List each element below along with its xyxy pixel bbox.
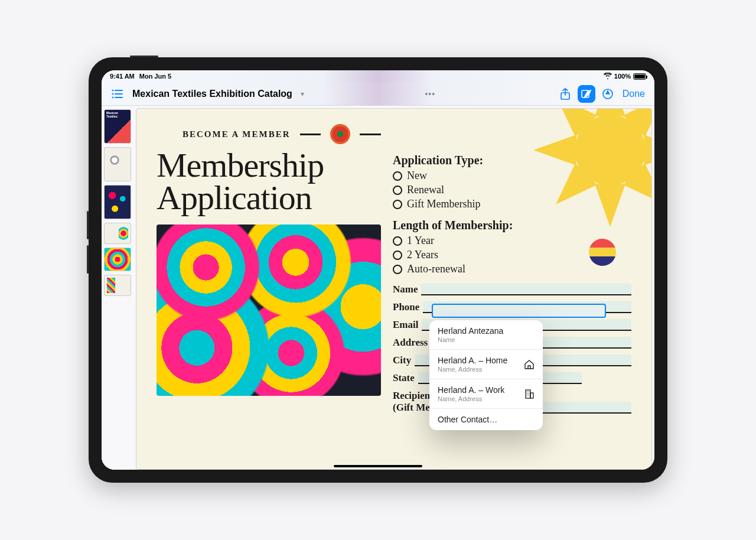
more-icon[interactable]: ••• xyxy=(425,89,435,99)
volume-up-button[interactable] xyxy=(87,211,89,239)
radio-gift[interactable]: Gift Membership xyxy=(393,198,631,210)
thumbnail-page-5[interactable] xyxy=(104,248,131,271)
field-state-label: State xyxy=(393,372,415,384)
radio-renewal[interactable]: Renewal xyxy=(393,184,631,196)
radio-auto[interactable]: Auto-renewal xyxy=(393,263,631,275)
power-button[interactable] xyxy=(130,56,158,57)
thumbnail-page-6[interactable] xyxy=(104,275,131,296)
sidebar-toggle-icon[interactable] xyxy=(109,85,126,103)
field-city-label: City xyxy=(393,354,411,366)
app-header: Mexican Textiles Exhibition Catalog ▾ ••… xyxy=(102,82,654,106)
application-type-label: Application Type: xyxy=(393,154,631,167)
field-address-label: Address xyxy=(393,337,428,349)
autofill-item-home[interactable]: Herland A. – Home Name, Address xyxy=(429,350,543,379)
battery-percent: 100% xyxy=(614,73,631,80)
svg-rect-18 xyxy=(526,390,530,398)
home-indicator[interactable] xyxy=(334,465,422,467)
svg-rect-19 xyxy=(530,393,533,398)
done-button[interactable]: Done xyxy=(620,89,647,99)
share-icon[interactable] xyxy=(556,85,574,103)
length-label: Length of Membership: xyxy=(393,219,631,232)
radio-2years[interactable]: 2 Years xyxy=(393,249,631,261)
chevron-down-icon[interactable]: ▾ xyxy=(301,90,304,98)
autofill-item-work[interactable]: Herland A. – Work Name, Address xyxy=(429,379,543,409)
thumbnail-page-2[interactable] xyxy=(104,147,131,181)
autofill-other[interactable]: Other Contact… xyxy=(429,409,543,430)
status-date: Mon Jun 5 xyxy=(139,73,171,80)
screen: 9:41 AM Mon Jun 5 100% Mexican Textiles … xyxy=(102,70,654,470)
markup-icon[interactable] xyxy=(578,85,595,103)
document-canvas: BECOME A MEMBER Membership Application A xyxy=(136,108,652,470)
svg-point-4 xyxy=(113,97,113,97)
battery-icon xyxy=(633,73,646,80)
status-bar: 9:41 AM Mon Jun 5 100% xyxy=(102,70,654,82)
field-email-label: Email xyxy=(393,319,418,331)
name-focused-input[interactable] xyxy=(432,304,606,318)
field-name-label: Name xyxy=(393,284,418,295)
radio-1year[interactable]: 1 Year xyxy=(393,235,631,247)
ipad-frame: 9:41 AM Mon Jun 5 100% Mexican Textiles … xyxy=(89,57,667,483)
wifi-icon xyxy=(604,73,612,80)
volume-down-button[interactable] xyxy=(87,245,89,274)
autofill-item-self[interactable]: Herland Antezana Name xyxy=(429,320,543,350)
autofill-popover: Herland Antezana Name Herland A. – Home … xyxy=(429,320,543,430)
textile-image xyxy=(157,225,381,396)
thumbnail-page-4[interactable] xyxy=(104,223,131,244)
thumbnail-page-3[interactable] xyxy=(104,185,131,219)
page-title: Membership Application xyxy=(157,149,381,214)
radio-new[interactable]: New xyxy=(393,170,631,182)
document-title[interactable]: Mexican Textiles Exhibition Catalog xyxy=(132,89,292,99)
overline-label: BECOME A MEMBER xyxy=(183,129,291,139)
svg-point-0 xyxy=(113,90,113,90)
content-area: BECOME A MEMBER Membership Application A xyxy=(102,106,654,470)
search-icon[interactable] xyxy=(599,85,617,103)
building-icon xyxy=(524,389,535,399)
ornament-icon xyxy=(330,124,350,144)
thumbnail-page-1[interactable] xyxy=(104,109,131,144)
name-input[interactable] xyxy=(421,284,631,295)
home-icon xyxy=(524,359,535,370)
field-phone-label: Phone xyxy=(393,301,419,313)
status-time: 9:41 AM xyxy=(110,73,135,80)
page-thumbnails xyxy=(102,106,135,470)
svg-point-2 xyxy=(113,93,113,94)
